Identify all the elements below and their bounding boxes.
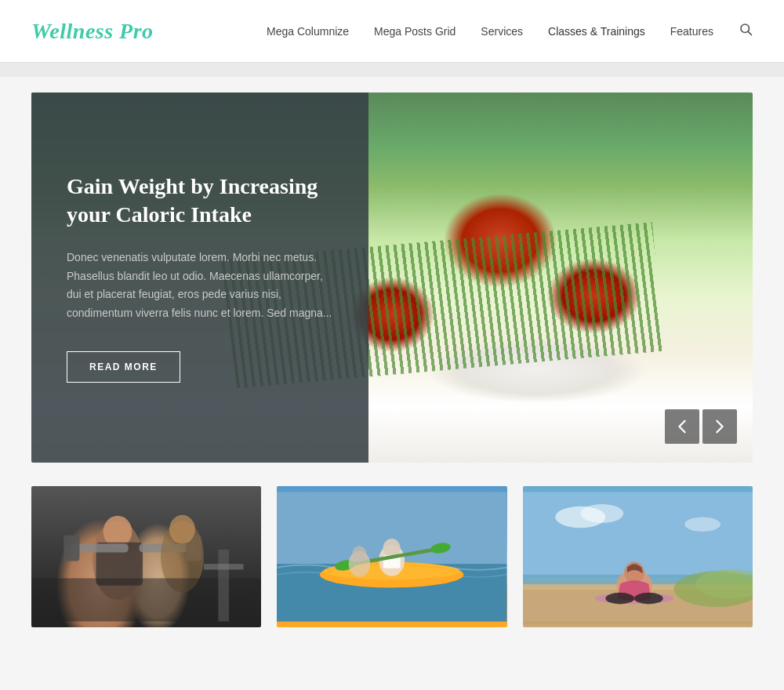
svg-line-1 [748,31,751,34]
gym-svg [31,486,261,627]
card-kayak[interactable] [277,486,506,627]
card-grid [31,486,753,627]
svg-rect-13 [204,564,243,569]
hero-text-panel: Gain Weight by Increasing your Caloric I… [31,93,368,463]
slider-navigation [665,409,737,444]
svg-point-28 [580,504,623,523]
nav-item-mega-posts-grid[interactable]: Mega Posts Grid [374,25,456,38]
hero-slider: Gain Weight by Increasing your Caloric I… [31,93,753,463]
main-nav: Mega Columnize Mega Posts Grid Services … [267,22,753,40]
svg-point-39 [634,593,663,605]
slider-next-button[interactable] [702,409,737,444]
nav-item-mega-columnize[interactable]: Mega Columnize [267,25,349,38]
gym-image [31,486,261,627]
nav-item-features[interactable]: Features [670,25,713,38]
kayak-image [277,486,506,627]
nav-item-classes-trainings[interactable]: Classes & Trainings [548,25,645,38]
hero-description: Donec venenatis vulputate lorem. Morbi n… [67,249,333,323]
kayak-svg [277,486,506,627]
search-icon[interactable] [739,22,753,40]
svg-point-10 [169,515,195,544]
yoga-svg [523,486,753,627]
svg-point-29 [684,518,720,532]
nav-item-services[interactable]: Services [481,25,523,38]
svg-rect-12 [218,550,229,622]
slider-prev-button[interactable] [665,409,699,444]
subheader-bar [0,63,784,77]
svg-point-38 [605,593,634,605]
hero-title: Gain Weight by Increasing your Caloric I… [67,172,333,230]
card-gym[interactable] [31,486,261,627]
read-more-button[interactable]: READ MORE [67,351,180,383]
site-logo[interactable]: Wellness Pro [31,19,154,44]
svg-rect-7 [64,536,79,561]
card-yoga[interactable] [523,486,753,627]
site-header: Wellness Pro Mega Columnize Mega Posts G… [0,0,784,63]
yoga-image [523,486,753,627]
svg-point-25 [353,546,367,561]
